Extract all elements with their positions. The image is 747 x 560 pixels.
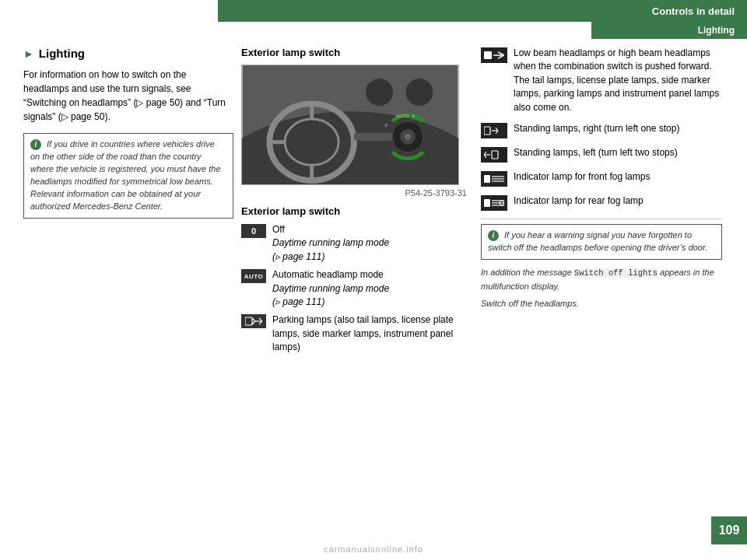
right-icon-lowbeam (481, 47, 507, 63)
svg-rect-27 (484, 127, 490, 135)
section-heading: ► Lighting (23, 47, 233, 60)
right-column: Low beam headlamps or high beam headlamp… (481, 47, 722, 315)
lighting-heading: Lighting (39, 47, 85, 60)
right-text-standing-left: Standing lamps, left (turn left two stop… (514, 146, 678, 159)
svg-point-11 (405, 134, 411, 140)
switch-icon-parking (241, 314, 266, 328)
svg-rect-35 (484, 175, 490, 183)
svg-rect-34 (492, 151, 498, 159)
header-title: Controls in detail (652, 5, 735, 17)
svg-point-16 (405, 79, 433, 107)
right-icon-standing-right (481, 123, 507, 138)
exterior-lamp-heading: Exterior lamp switch (241, 47, 467, 58)
right-icon-front-fog (481, 171, 507, 187)
right-item-front-fog: Indicator lamp for front fog lamps (481, 170, 722, 187)
svg-line-18 (252, 318, 255, 321)
warning-box: i If you hear a warning signal you have … (481, 224, 722, 260)
warning-text: If you hear a warning signal you have fo… (488, 230, 707, 252)
svg-text:AUTO: AUTO (396, 114, 409, 118)
switch-icon-auto: AUTO (241, 269, 266, 283)
switch-item-off: 0 OffDaytime running lamp mode(▹ page 11… (241, 223, 467, 264)
watermark: carmanualsonline.info (324, 544, 423, 554)
right-text-standing-right: Standing lamps, right (turn left one sto… (514, 122, 679, 135)
right-text-rear-fog: Indicator lamp for rear fog lamp (514, 194, 644, 208)
right-item-standing-right: Standing lamps, right (turn left one sto… (481, 122, 722, 138)
section-bar: Lighting (591, 22, 747, 39)
right-item-rear-fog: Indicator lamp for rear fog lamp (481, 194, 722, 211)
svg-rect-39 (484, 199, 490, 207)
svg-line-22 (259, 321, 262, 324)
page-number: 109 (719, 523, 740, 537)
body-text-1: For information on how to switch on the … (23, 68, 233, 124)
svg-line-29 (496, 128, 498, 131)
switch-text-parking: Parking lamps (also tail lamps, license … (272, 313, 467, 354)
section-subtitle: Lighting (698, 25, 735, 36)
right-text-lowbeam: Low beam headlamps or high beam headlamp… (514, 47, 722, 114)
svg-rect-23 (484, 51, 492, 59)
info-text: If you drive in countries where vehicles… (30, 139, 221, 211)
svg-line-32 (484, 152, 486, 155)
warning-info-icon: i (488, 230, 499, 241)
image-caption: P54-25-3793-31 (241, 188, 467, 198)
middle-column: Exterior lamp switch 0 (241, 47, 467, 359)
switch-item-auto: AUTO Automatic headlamp modeDaytime runn… (241, 268, 467, 309)
svg-line-30 (496, 131, 498, 134)
right-icon-standing-left (481, 147, 507, 163)
svg-line-33 (484, 155, 486, 158)
right-text-front-fog: Indicator lamp for front fog lamps (514, 170, 650, 184)
info-box: i If you drive in countries where vehicl… (23, 133, 233, 219)
switch-icon-off: 0 (241, 224, 266, 238)
right-icon-rear-fog (481, 195, 507, 211)
switch-text-auto: Automatic headlamp modeDaytime running l… (272, 268, 389, 309)
left-column: ► Lighting For information on how to swi… (23, 47, 233, 219)
note-text-2: Switch off the headlamps. (481, 297, 722, 310)
header-bar: Controls in detail (218, 0, 747, 22)
page-number-box: 109 (711, 516, 747, 544)
note-text-1: In addition the message Switch off light… (481, 266, 722, 292)
lamp-switch-image: 0 AUTO ★ (241, 65, 459, 185)
triangle-icon: ► (23, 47, 34, 60)
right-item-lowbeam: Low beam headlamps or high beam headlamp… (481, 47, 722, 114)
switch-item-parking: Parking lamps (also tail lamps, license … (241, 313, 467, 354)
switch-section-heading: Exterior lamp switch (241, 205, 467, 217)
svg-line-19 (252, 321, 255, 324)
svg-rect-17 (245, 317, 252, 325)
info-icon: i (30, 139, 41, 150)
svg-line-21 (259, 318, 262, 321)
switch-text-off: OffDaytime running lamp mode(▹ page 111) (272, 223, 389, 264)
svg-point-15 (366, 79, 394, 107)
right-item-standing-left: Standing lamps, left (turn left two stop… (481, 146, 722, 163)
divider (481, 219, 722, 219)
